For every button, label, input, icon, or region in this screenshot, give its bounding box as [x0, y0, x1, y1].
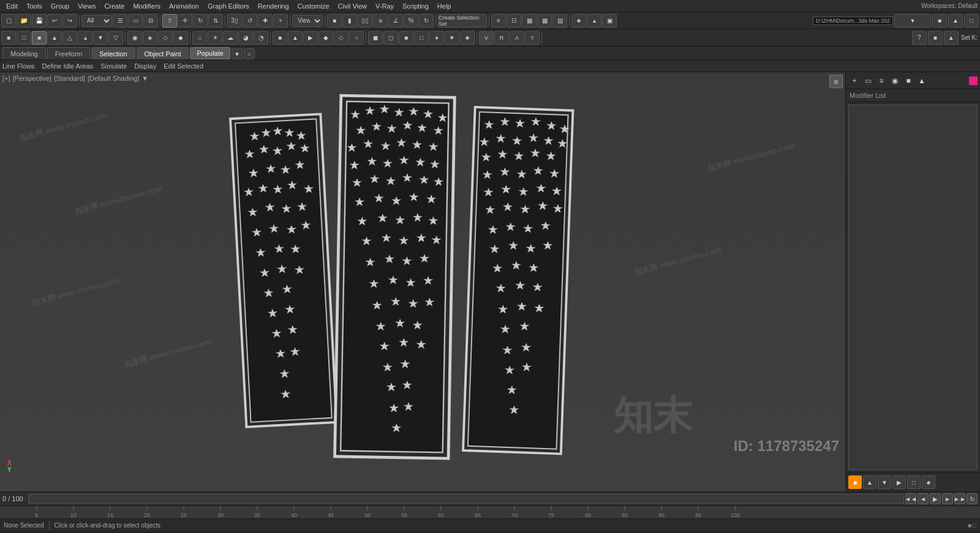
tb2-vray3[interactable]: A — [510, 31, 524, 45]
menu-edit[interactable]: Edit — [2, 0, 21, 12]
next-btn[interactable]: ► — [942, 493, 953, 504]
tb2-light5[interactable]: ◔ — [254, 31, 268, 45]
tb2-vray4[interactable]: Y — [525, 31, 540, 45]
sub-simulate[interactable]: Simulate — [100, 62, 127, 70]
viewport-layout[interactable]: ▩ — [537, 14, 552, 28]
tb2-render2[interactable]: ▲ — [288, 31, 303, 45]
redo-button[interactable]: ↪ — [62, 14, 77, 28]
next-frame-btn[interactable]: ►► — [954, 493, 965, 504]
menu-rendering[interactable]: Rendering — [254, 0, 293, 12]
file-path-btn[interactable]: ▼ — [894, 14, 931, 28]
snap-spinner[interactable]: ↻ — [419, 14, 434, 28]
quick-render[interactable]: ▴ — [587, 14, 601, 28]
menu-scripting[interactable]: Scripting — [399, 0, 432, 12]
settings-misc[interactable]: ▲ — [944, 31, 959, 45]
tb2-2[interactable]: □ — [17, 31, 31, 45]
rp-plus-btn[interactable]: + — [848, 75, 861, 87]
sub-edit-selected[interactable]: Edit Selected — [164, 62, 203, 70]
save-button[interactable]: 💾 — [32, 14, 47, 28]
render-btn-3[interactable]: □ — [964, 14, 979, 28]
tb2-1[interactable]: ■ — [1, 31, 16, 45]
tb2-render4[interactable]: ◆ — [318, 31, 333, 45]
arc-rotate[interactable]: ↺ — [243, 14, 257, 28]
tab-selection[interactable]: Selection — [91, 47, 135, 59]
menu-vray[interactable]: V-Ray — [372, 0, 398, 12]
tb2-snap1[interactable]: ◉ — [127, 31, 142, 45]
loop-btn[interactable]: ↻ — [967, 493, 978, 504]
tb2-snap2[interactable]: ◈ — [143, 31, 157, 45]
tb2-snap4[interactable]: ◆ — [173, 31, 188, 45]
rp-tab-hierarchy[interactable]: ▼ — [878, 475, 891, 489]
rp-layers-btn[interactable]: ≡ — [875, 75, 888, 87]
sub-display[interactable]: Display — [134, 62, 156, 70]
select-tool[interactable]: ⇧ — [162, 14, 177, 28]
rp-misc-btn[interactable]: ▲ — [916, 75, 928, 87]
render-region[interactable]: ▣ — [602, 14, 617, 28]
align-btn[interactable]: ■ — [327, 14, 342, 28]
tb2-misc6[interactable]: ♥ — [445, 31, 459, 45]
tb2-vray1[interactable]: V — [479, 31, 494, 45]
menu-civil-view[interactable]: Civil View — [334, 0, 371, 12]
tb2-misc4[interactable]: □ — [414, 31, 429, 45]
tb2-render6[interactable]: ○ — [349, 31, 364, 45]
tab-object-paint[interactable]: Object Paint — [137, 47, 189, 59]
scale-tool[interactable]: ⇅ — [208, 14, 223, 28]
tb2-misc5[interactable]: ♦ — [429, 31, 444, 45]
layers-manager[interactable]: ≡ — [491, 14, 506, 28]
settings-general[interactable]: ■ — [928, 31, 943, 45]
tb2-misc7[interactable]: ♣ — [460, 31, 475, 45]
undo-button[interactable]: ↩ — [47, 14, 62, 28]
tb2-misc3[interactable]: ■ — [399, 31, 413, 45]
viewport[interactable]: [+] [Perspective] [Standard] [Default Sh… — [0, 72, 845, 491]
open-button[interactable]: 📁 — [17, 14, 31, 28]
viewport-safe[interactable]: ▧ — [552, 14, 567, 28]
tb2-6[interactable]: ▴ — [78, 31, 92, 45]
view-dropdown[interactable]: View — [292, 15, 323, 27]
tb2-5[interactable]: △ — [62, 31, 77, 45]
rp-tab-utilities[interactable]: ♣ — [922, 475, 935, 489]
menu-help[interactable]: Help — [434, 0, 455, 12]
mini-map-button[interactable]: ▥ — [829, 75, 843, 88]
rp-tab-create[interactable]: ■ — [848, 475, 862, 489]
vp-label-shading[interactable]: [Default Shading] — [88, 75, 139, 82]
render-scene[interactable]: ♣ — [571, 14, 586, 28]
tb2-4[interactable]: ▲ — [47, 31, 62, 45]
perspective-btn[interactable]: 3▯ — [227, 14, 242, 28]
color-swatch[interactable] — [969, 76, 978, 85]
menu-group[interactable]: Group — [47, 0, 74, 12]
tab-freeform[interactable]: Freeform — [47, 47, 91, 59]
tab-options-btn[interactable]: ▼ — [232, 48, 243, 59]
rp-camera-btn[interactable]: ◉ — [889, 75, 901, 87]
render-btn-1[interactable]: ■ — [932, 14, 947, 28]
tab-pin-btn[interactable]: ○ — [244, 48, 255, 59]
menu-create[interactable]: Create — [100, 0, 128, 12]
zoom-in[interactable]: + — [273, 14, 288, 28]
tb2-vray2[interactable]: R — [494, 31, 509, 45]
rp-select-btn[interactable]: ▭ — [862, 75, 874, 87]
menu-modifiers[interactable]: Modifiers — [129, 0, 164, 12]
snap-toggle[interactable]: ⚹ — [373, 14, 388, 28]
vp-label-perspective[interactable]: [Perspective] — [13, 75, 52, 82]
select-rect[interactable]: ▭ — [128, 14, 143, 28]
move-tool[interactable]: ✛ — [178, 14, 192, 28]
grid-toggle[interactable]: ▦ — [522, 14, 537, 28]
tb2-render1[interactable]: ■ — [273, 31, 287, 45]
menu-views[interactable]: Views — [74, 0, 99, 12]
tb2-snap3[interactable]: ◇ — [158, 31, 173, 45]
help-btn[interactable]: ? — [912, 31, 927, 45]
play-btn[interactable]: ▶ — [930, 493, 941, 504]
populate-button[interactable]: Populate — [190, 47, 230, 59]
tab-modeling[interactable]: Modeling — [2, 47, 46, 59]
tb2-misc1[interactable]: ◼ — [368, 31, 383, 45]
tb2-render5[interactable]: ◇ — [334, 31, 349, 45]
menu-tools[interactable]: Tools — [23, 0, 46, 12]
menu-animation[interactable]: Animation — [165, 0, 203, 12]
rp-render-btn[interactable]: ■ — [902, 75, 914, 87]
mirror-btn[interactable]: ▮ — [342, 14, 357, 28]
prev-frame-btn[interactable]: ◄◄ — [905, 493, 916, 504]
create-selection-set[interactable]: Create Selection Set — [438, 14, 487, 28]
timeline-track[interactable]: 5 10 15 20 25 30 35 40 45 50 5 — [0, 506, 980, 518]
render-btn-2[interactable]: ▲ — [948, 14, 963, 28]
sub-define-idle[interactable]: Define Idle Areas — [42, 62, 94, 70]
tb2-light3[interactable]: ☁ — [223, 31, 238, 45]
